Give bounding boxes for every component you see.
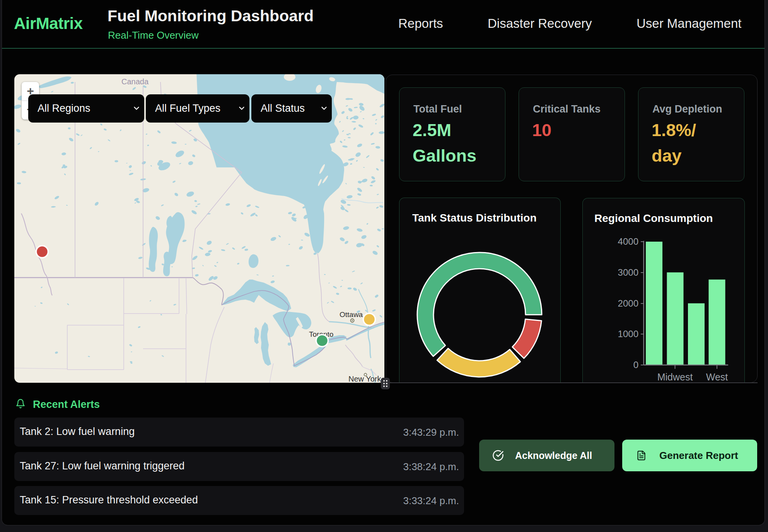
svg-text:Midwest: Midwest [657,372,693,382]
svg-text:2000: 2000 [618,298,638,309]
svg-text:Canada: Canada [121,77,149,86]
svg-text:3000: 3000 [618,267,638,278]
svg-text:New York: New York [348,375,381,383]
svg-text:4000: 4000 [618,236,638,247]
svg-text:West: West [706,372,728,382]
svg-text:1000: 1000 [618,329,638,339]
svg-text:0: 0 [633,360,638,370]
svg-text:Ottawa: Ottawa [340,310,363,319]
